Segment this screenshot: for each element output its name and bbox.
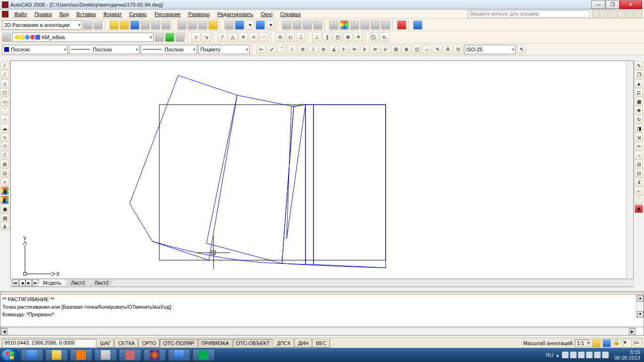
minimize-button[interactable]: — xyxy=(591,0,605,9)
osnap-perp-icon[interactable]: ⊥ xyxy=(312,33,322,42)
point-icon[interactable]: • xyxy=(0,178,9,186)
osnap-tangent-icon[interactable]: ⊥ xyxy=(296,33,305,42)
mtext-icon[interactable]: A xyxy=(0,222,9,231)
line-icon[interactable]: ∕ xyxy=(0,61,9,70)
dim-jogline-icon[interactable]: ⌓ xyxy=(422,45,432,54)
scroll-down-icon[interactable]: ▼ xyxy=(637,311,644,318)
mode-шаг[interactable]: ШАГ xyxy=(97,339,114,347)
hatch-icon[interactable]: ▦ xyxy=(0,187,9,195)
task-hp[interactable] xyxy=(94,349,117,361)
dimstyle-dropdown[interactable]: ISO-25 xyxy=(464,45,516,54)
cmd-scrollbar-h[interactable]: ◀ ▶ xyxy=(0,328,636,335)
dim-angular-icon[interactable]: ∡ xyxy=(329,45,339,54)
break-icon[interactable]: ⊡ xyxy=(635,169,643,177)
plotstyle-dropdown[interactable]: Поцвету xyxy=(198,45,250,54)
tray-icon-4[interactable] xyxy=(586,352,593,358)
osnap-nearest-icon[interactable]: ✶ xyxy=(354,33,363,42)
scroll-right-icon[interactable]: ▶ xyxy=(629,328,636,335)
task-explorer[interactable] xyxy=(45,349,68,361)
make-block-icon[interactable]: ⊡ xyxy=(0,169,9,177)
osnap-insert-icon[interactable]: ◰ xyxy=(333,33,342,42)
command-history[interactable]: ** РАСТЯГИВАНИЕ ** Точка растягивания ил… xyxy=(0,295,644,327)
magnet-icon[interactable] xyxy=(397,20,406,30)
status-lock-icon[interactable]: 🔒 xyxy=(613,339,621,347)
task-autocad[interactable] xyxy=(192,349,215,361)
workspace-settings-icon[interactable] xyxy=(83,20,92,30)
linetype-dropdown[interactable]: Послою xyxy=(69,45,140,54)
tab-model[interactable]: Модель xyxy=(38,280,66,286)
break-at-icon[interactable]: ⊟ xyxy=(635,160,643,168)
undo-icon[interactable] xyxy=(235,20,244,30)
ellipse-arc-icon[interactable]: ⬯ xyxy=(0,151,9,159)
osnap-node-icon[interactable]: ⊗ xyxy=(343,33,353,42)
osnap-endpoint-icon[interactable]: ∕ xyxy=(218,33,227,42)
properties-icon[interactable] xyxy=(329,20,339,30)
help-search-input[interactable]: Введите вопрос для справки xyxy=(468,10,590,18)
workspace-lock-icon[interactable] xyxy=(93,20,103,30)
mdi-minimize-icon[interactable] xyxy=(618,10,625,18)
osnap-appint-icon[interactable]: ⤫ xyxy=(249,33,258,42)
revcloud-icon[interactable]: ☁ xyxy=(0,124,9,132)
save-icon[interactable] xyxy=(130,20,140,30)
mode-отс-поляр[interactable]: ОТС-ПОЛЯР xyxy=(160,339,198,347)
table-icon[interactable]: ▤ xyxy=(0,214,9,222)
lang-indicator[interactable]: RU xyxy=(546,352,553,358)
mode-орто[interactable]: ОРТО xyxy=(139,339,159,347)
zoom-prev-icon[interactable] xyxy=(303,20,312,30)
tab-sheet1[interactable]: Лист1 xyxy=(66,280,90,286)
anno-scale-dropdown[interactable]: 1:1 xyxy=(575,339,590,347)
dim-tedit-icon[interactable]: A xyxy=(443,45,453,54)
open-icon[interactable] xyxy=(120,20,129,30)
tray-icon-3[interactable] xyxy=(578,352,585,358)
favorites-icon[interactable] xyxy=(609,10,617,18)
plot-preview-icon[interactable] xyxy=(151,20,160,30)
block-editor-icon[interactable] xyxy=(224,20,234,30)
tray-icon-2[interactable] xyxy=(570,352,577,358)
cmd-scrollbar-v[interactable]: ▲ ▼ xyxy=(636,295,644,318)
menu-format[interactable]: Формат xyxy=(99,10,125,18)
coordinates-display[interactable]: 9910.0443, 2388.2096, 0.0000 xyxy=(2,339,96,347)
mdi-restore-icon[interactable] xyxy=(626,10,634,18)
menu-edit[interactable]: Правка xyxy=(31,10,56,18)
task-app1[interactable] xyxy=(119,349,141,361)
clean-screen-icon[interactable]: ▭ xyxy=(634,339,642,347)
cut-icon[interactable] xyxy=(177,20,187,30)
dim-quick-icon[interactable]: ⊩ xyxy=(339,45,349,54)
menu-file[interactable]: Файл xyxy=(10,10,31,18)
tray-icon-5[interactable] xyxy=(594,352,601,358)
print-icon[interactable] xyxy=(140,20,150,30)
polyline-icon[interactable]: ⫰ xyxy=(0,79,9,88)
array-icon[interactable]: ▦ xyxy=(635,97,643,106)
move-icon[interactable]: ✥ xyxy=(635,106,643,115)
undo-drop-icon[interactable]: ▾ xyxy=(245,20,255,30)
search-icon[interactable] xyxy=(592,10,600,18)
scroll-up-icon[interactable]: ▲ xyxy=(637,295,644,302)
dim-update-icon[interactable]: ↻ xyxy=(454,45,463,54)
mdi-close-icon[interactable] xyxy=(635,10,642,18)
tab-last-icon[interactable]: ⏭ xyxy=(32,280,39,286)
menu-view[interactable]: Вид xyxy=(56,10,73,18)
task-wmp[interactable] xyxy=(70,349,92,361)
tray-icon-1[interactable] xyxy=(562,352,569,358)
dim-linear-icon[interactable]: ⊢ xyxy=(256,45,266,54)
osnap-none-icon[interactable]: ⃠ xyxy=(370,33,379,42)
mode-вес[interactable]: ВЕС xyxy=(313,339,330,347)
task-word[interactable] xyxy=(168,349,190,361)
redo-icon[interactable] xyxy=(256,20,265,30)
dim-aligned-icon[interactable]: ⤢ xyxy=(267,45,276,54)
circle-icon[interactable]: ○ xyxy=(0,115,9,123)
menu-dimension[interactable]: Размеры xyxy=(184,10,214,18)
rectangle-icon[interactable]: ▭ xyxy=(0,97,9,106)
tolerance-icon[interactable]: ⊞ xyxy=(391,45,401,54)
layer-iso-icon[interactable] xyxy=(175,33,185,42)
layer-prev-icon[interactable] xyxy=(155,33,164,42)
tab-first-icon[interactable]: ⏮ xyxy=(12,280,19,286)
layer-manager-icon[interactable] xyxy=(2,33,11,42)
arc-icon[interactable]: ⌒ xyxy=(0,106,9,115)
copy-icon[interactable] xyxy=(188,20,197,30)
osnap-center-icon[interactable]: ⊙ xyxy=(275,33,285,42)
join-icon[interactable]: ⊻ xyxy=(635,178,643,186)
dim-space-icon[interactable]: ⊫ xyxy=(371,45,380,54)
dim-baseline-icon[interactable]: ⊨ xyxy=(350,45,359,54)
tab-prev-icon[interactable]: ◀ xyxy=(19,280,25,286)
